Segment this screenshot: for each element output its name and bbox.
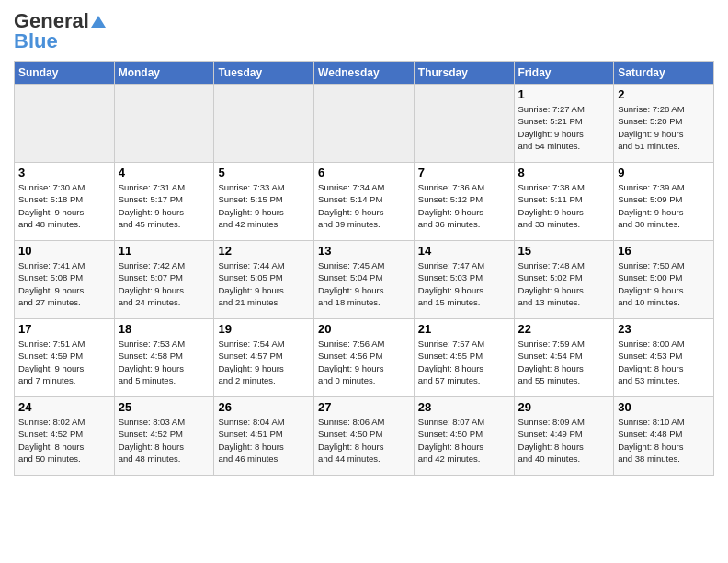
- week-row-3: 10Sunrise: 7:41 AM Sunset: 5:08 PM Dayli…: [15, 241, 714, 319]
- day-info: Sunrise: 7:36 AM Sunset: 5:12 PM Dayligh…: [418, 181, 510, 230]
- calendar-cell: [15, 85, 115, 163]
- day-info: Sunrise: 8:04 AM Sunset: 4:51 PM Dayligh…: [218, 416, 310, 465]
- day-number: 1: [518, 87, 610, 101]
- calendar-cell: 14Sunrise: 7:47 AM Sunset: 5:03 PM Dayli…: [414, 241, 514, 319]
- day-info: Sunrise: 7:41 AM Sunset: 5:08 PM Dayligh…: [18, 259, 110, 308]
- day-number: 3: [18, 166, 110, 179]
- day-info: Sunrise: 8:07 AM Sunset: 4:50 PM Dayligh…: [418, 416, 510, 465]
- calendar-cell: 13Sunrise: 7:45 AM Sunset: 5:04 PM Dayli…: [314, 241, 415, 319]
- day-info: Sunrise: 7:50 AM Sunset: 5:00 PM Dayligh…: [618, 259, 710, 308]
- day-number: 18: [119, 322, 210, 336]
- calendar-cell: [414, 85, 514, 163]
- calendar-cell: 9Sunrise: 7:39 AM Sunset: 5:09 PM Daylig…: [614, 163, 714, 241]
- day-number: 12: [218, 244, 310, 258]
- calendar-cell: 26Sunrise: 8:04 AM Sunset: 4:51 PM Dayli…: [214, 397, 314, 476]
- day-number: 13: [318, 244, 410, 258]
- calendar-cell: 25Sunrise: 8:03 AM Sunset: 4:52 PM Dayli…: [114, 397, 214, 476]
- calendar-table: SundayMondayTuesdayWednesdayThursdayFrid…: [14, 61, 714, 476]
- day-header-thursday: Thursday: [414, 62, 514, 85]
- day-number: 8: [518, 166, 610, 179]
- calendar-cell: 6Sunrise: 7:34 AM Sunset: 5:14 PM Daylig…: [314, 163, 415, 241]
- calendar-cell: 30Sunrise: 8:10 AM Sunset: 4:48 PM Dayli…: [614, 397, 714, 476]
- day-number: 20: [318, 322, 410, 336]
- day-number: 14: [418, 244, 510, 258]
- day-info: Sunrise: 7:27 AM Sunset: 5:21 PM Dayligh…: [518, 103, 610, 152]
- day-number: 2: [618, 87, 710, 101]
- day-info: Sunrise: 7:39 AM Sunset: 5:09 PM Dayligh…: [618, 181, 710, 230]
- day-info: Sunrise: 7:57 AM Sunset: 4:55 PM Dayligh…: [418, 338, 510, 386]
- calendar-cell: 29Sunrise: 8:09 AM Sunset: 4:49 PM Dayli…: [514, 397, 614, 476]
- calendar-cell: 16Sunrise: 7:50 AM Sunset: 5:00 PM Dayli…: [614, 241, 714, 319]
- day-number: 16: [618, 244, 710, 258]
- calendar-cell: [114, 85, 214, 163]
- day-number: 22: [518, 322, 610, 336]
- week-row-2: 3Sunrise: 7:30 AM Sunset: 5:18 PM Daylig…: [15, 163, 714, 241]
- main-container: General Blue SundayMondayTuesdayWednesda…: [0, 0, 728, 485]
- week-row-4: 17Sunrise: 7:51 AM Sunset: 4:59 PM Dayli…: [15, 319, 714, 397]
- week-row-5: 24Sunrise: 8:02 AM Sunset: 4:52 PM Dayli…: [15, 397, 714, 476]
- day-number: 17: [18, 322, 110, 336]
- day-number: 25: [119, 400, 210, 414]
- day-info: Sunrise: 8:09 AM Sunset: 4:49 PM Dayligh…: [518, 416, 610, 465]
- day-number: 4: [119, 166, 210, 179]
- day-number: 26: [218, 400, 310, 414]
- calendar-cell: 20Sunrise: 7:56 AM Sunset: 4:56 PM Dayli…: [314, 319, 415, 397]
- calendar-header-row: SundayMondayTuesdayWednesdayThursdayFrid…: [15, 62, 714, 85]
- day-info: Sunrise: 7:48 AM Sunset: 5:02 PM Dayligh…: [518, 259, 610, 308]
- calendar-cell: 18Sunrise: 7:53 AM Sunset: 4:58 PM Dayli…: [114, 319, 214, 397]
- day-number: 5: [218, 166, 310, 179]
- calendar-cell: 27Sunrise: 8:06 AM Sunset: 4:50 PM Dayli…: [314, 397, 415, 476]
- day-number: 29: [518, 400, 610, 414]
- calendar-cell: 1Sunrise: 7:27 AM Sunset: 5:21 PM Daylig…: [514, 85, 614, 163]
- day-info: Sunrise: 7:51 AM Sunset: 4:59 PM Dayligh…: [18, 338, 110, 386]
- day-info: Sunrise: 8:06 AM Sunset: 4:50 PM Dayligh…: [318, 416, 410, 465]
- day-number: 28: [418, 400, 510, 414]
- day-info: Sunrise: 8:03 AM Sunset: 4:52 PM Dayligh…: [119, 416, 210, 465]
- day-info: Sunrise: 7:38 AM Sunset: 5:11 PM Dayligh…: [518, 181, 610, 230]
- calendar-cell: 12Sunrise: 7:44 AM Sunset: 5:05 PM Dayli…: [214, 241, 314, 319]
- day-number: 9: [618, 166, 710, 179]
- header: General Blue: [14, 9, 714, 53]
- week-row-1: 1Sunrise: 7:27 AM Sunset: 5:21 PM Daylig…: [15, 85, 714, 163]
- day-number: 21: [418, 322, 510, 336]
- day-info: Sunrise: 7:44 AM Sunset: 5:05 PM Dayligh…: [218, 259, 310, 308]
- day-info: Sunrise: 7:42 AM Sunset: 5:07 PM Dayligh…: [119, 259, 210, 308]
- day-header-saturday: Saturday: [614, 62, 714, 85]
- calendar-cell: 15Sunrise: 7:48 AM Sunset: 5:02 PM Dayli…: [514, 241, 614, 319]
- calendar-cell: 19Sunrise: 7:54 AM Sunset: 4:57 PM Dayli…: [214, 319, 314, 397]
- day-number: 30: [618, 400, 710, 414]
- day-info: Sunrise: 7:31 AM Sunset: 5:17 PM Dayligh…: [119, 181, 210, 230]
- calendar-cell: 17Sunrise: 7:51 AM Sunset: 4:59 PM Dayli…: [15, 319, 115, 397]
- calendar-cell: 5Sunrise: 7:33 AM Sunset: 5:15 PM Daylig…: [214, 163, 314, 241]
- calendar-cell: 21Sunrise: 7:57 AM Sunset: 4:55 PM Dayli…: [414, 319, 514, 397]
- day-info: Sunrise: 7:45 AM Sunset: 5:04 PM Dayligh…: [318, 259, 410, 308]
- day-header-monday: Monday: [114, 62, 214, 85]
- day-info: Sunrise: 7:47 AM Sunset: 5:03 PM Dayligh…: [418, 259, 510, 308]
- calendar-cell: 3Sunrise: 7:30 AM Sunset: 5:18 PM Daylig…: [15, 163, 115, 241]
- day-info: Sunrise: 8:10 AM Sunset: 4:48 PM Dayligh…: [618, 416, 710, 465]
- calendar-cell: 2Sunrise: 7:28 AM Sunset: 5:20 PM Daylig…: [614, 85, 714, 163]
- day-info: Sunrise: 7:28 AM Sunset: 5:20 PM Dayligh…: [618, 103, 710, 152]
- logo: General Blue: [14, 9, 106, 53]
- day-info: Sunrise: 7:59 AM Sunset: 4:54 PM Dayligh…: [518, 338, 610, 386]
- day-number: 23: [618, 322, 710, 336]
- day-number: 6: [318, 166, 410, 179]
- day-number: 19: [218, 322, 310, 336]
- day-info: Sunrise: 7:53 AM Sunset: 4:58 PM Dayligh…: [119, 338, 210, 386]
- day-header-friday: Friday: [514, 62, 614, 85]
- logo-blue-text: Blue: [14, 29, 106, 53]
- calendar-cell: 7Sunrise: 7:36 AM Sunset: 5:12 PM Daylig…: [414, 163, 514, 241]
- calendar-cell: 10Sunrise: 7:41 AM Sunset: 5:08 PM Dayli…: [15, 241, 115, 319]
- day-info: Sunrise: 7:56 AM Sunset: 4:56 PM Dayligh…: [318, 338, 410, 386]
- day-number: 24: [18, 400, 110, 414]
- day-info: Sunrise: 7:33 AM Sunset: 5:15 PM Dayligh…: [218, 181, 310, 230]
- calendar-cell: [314, 85, 415, 163]
- day-info: Sunrise: 8:02 AM Sunset: 4:52 PM Dayligh…: [18, 416, 110, 465]
- day-number: 10: [18, 244, 110, 258]
- day-info: Sunrise: 7:54 AM Sunset: 4:57 PM Dayligh…: [218, 338, 310, 386]
- day-header-sunday: Sunday: [15, 62, 115, 85]
- day-info: Sunrise: 7:34 AM Sunset: 5:14 PM Dayligh…: [318, 181, 410, 230]
- day-header-wednesday: Wednesday: [314, 62, 415, 85]
- day-info: Sunrise: 8:00 AM Sunset: 4:53 PM Dayligh…: [618, 338, 710, 386]
- calendar-cell: 8Sunrise: 7:38 AM Sunset: 5:11 PM Daylig…: [514, 163, 614, 241]
